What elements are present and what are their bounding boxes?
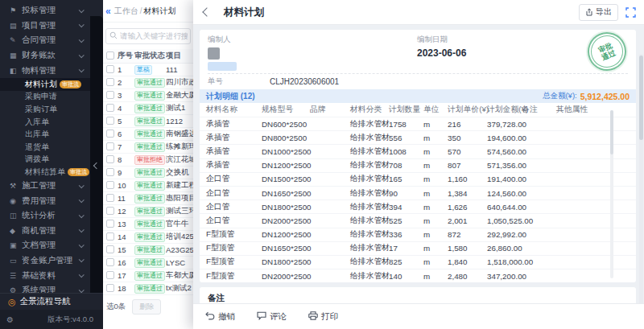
- select-all-checkbox[interactable]: [106, 51, 114, 60]
- comment-button[interactable]: 评论: [257, 311, 287, 323]
- collapse-menu-icon[interactable]: «: [105, 6, 111, 17]
- row-checkbox[interactable]: [106, 232, 114, 241]
- row-checkbox[interactable]: [106, 168, 114, 176]
- row-checkbox[interactable]: [106, 220, 114, 228]
- detail-cell: 26,860.00: [487, 244, 522, 253]
- sidebar-item-transfer-order[interactable]: 调拨单: [0, 154, 90, 167]
- row-checkbox[interactable]: [106, 271, 114, 279]
- list-row[interactable]: 17审批通过车都大厦: [103, 269, 193, 282]
- sidebar-item-business-management[interactable]: ◆商机管理: [0, 224, 90, 239]
- list-row[interactable]: 13审批通过官牛牛: [103, 218, 193, 231]
- sidebar-item-base-data[interactable]: ☰基础资料: [0, 268, 90, 283]
- sidebar-item-material-management[interactable]: ◧物料管理: [0, 63, 90, 78]
- row-checkbox[interactable]: [106, 130, 114, 138]
- sidebar-item-bid-management[interactable]: ⚑投标管理: [0, 3, 90, 19]
- list-row[interactable]: 1草稿111: [103, 64, 193, 76]
- sidebar-item-purchase-request[interactable]: 采购申请: [0, 91, 90, 104]
- sidebar-item-construction-management[interactable]: ⚒施工管理: [0, 179, 90, 194]
- list-row[interactable]: 5审批通过1212: [103, 115, 193, 128]
- list-row[interactable]: 2审批通过四川市政项: [103, 76, 193, 89]
- sidebar-item-statistics-analysis[interactable]: ◫统计分析: [0, 208, 90, 224]
- row-checkbox[interactable]: [106, 104, 114, 112]
- list-row[interactable]: 6审批通过南钢盛达大: [103, 128, 193, 141]
- chevron-down-icon: [79, 197, 85, 203]
- detail-table-row: 企口管DN1800*2500给排水管材394m1,626640,644.00: [200, 199, 636, 213]
- chevron-down-icon: [79, 7, 85, 13]
- drawer-scrollbar[interactable]: [639, 54, 643, 303]
- row-checkbox[interactable]: [106, 284, 114, 292]
- sidebar-item-material-settlement[interactable]: 材料结算单审批流: [0, 166, 90, 179]
- row-checkbox[interactable]: [106, 142, 114, 150]
- gear-icon[interactable]: ⚙: [6, 315, 14, 324]
- list-row[interactable]: 15审批通过A23G2511: [103, 244, 193, 257]
- detail-cell: 给排水管材: [350, 174, 389, 184]
- detail-cell: 708: [389, 161, 423, 170]
- sidebar-item-inbound-order[interactable]: 入库单: [0, 116, 90, 129]
- row-index: 7: [118, 142, 134, 151]
- detail-cell: 承插管: [200, 133, 262, 143]
- row-checkbox[interactable]: [106, 194, 114, 202]
- sidebar-item-fund-account-management[interactable]: ▭资金账户管理: [0, 253, 90, 269]
- undo-button[interactable]: 撤销: [205, 311, 235, 323]
- status-badge: 审批通过: [134, 245, 165, 255]
- list-row[interactable]: 12审批通过测试三环路: [103, 205, 193, 218]
- box-icon: ◧: [10, 67, 22, 75]
- sidebar-item-finance-accounts[interactable]: ▦财务账款: [0, 48, 90, 64]
- row-index: 5: [118, 117, 134, 125]
- list-row[interactable]: 9审批通过交换机: [103, 167, 193, 179]
- detail-cell: 216: [448, 120, 487, 129]
- list-row[interactable]: 16审批通过LYSC: [103, 257, 193, 269]
- chart-icon: ◫: [10, 212, 22, 220]
- row-checkbox[interactable]: [106, 258, 114, 266]
- row-checkbox[interactable]: [106, 207, 114, 215]
- sidebar-item-material-plan[interactable]: 材料计划审批流: [0, 78, 90, 91]
- list-row[interactable]: 8审批拒绝滨江花城10: [103, 154, 193, 167]
- project-name: 测试三环路: [166, 206, 193, 216]
- status-badge: 审批通过: [134, 232, 165, 242]
- project-name: 滨江花城10: [166, 154, 193, 165]
- fullscreen-icon[interactable]: [625, 7, 636, 18]
- detail-table-row: F型顶管DN1800*2500给排水管材825m1,8401,518,000.0…: [200, 255, 636, 269]
- sidebar-item-expense-management[interactable]: ◉费用管理: [0, 193, 90, 208]
- back-icon[interactable]: [202, 7, 211, 16]
- detail-cell: F型顶管: [200, 271, 262, 282]
- list-row[interactable]: 3审批通过金融大厦采: [103, 89, 193, 102]
- detail-cell: DN1200*2500: [262, 230, 310, 239]
- sidebar-item-project-management[interactable]: ▤项目管理: [0, 19, 90, 34]
- print-button[interactable]: 打印: [308, 311, 338, 323]
- sidebar-item-outbound-order[interactable]: 出库单: [0, 128, 90, 141]
- sidebar-item-document-management[interactable]: ▣文档管理: [0, 238, 90, 253]
- sidebar-collapse-strip[interactable]: [90, 16, 103, 295]
- status-badge: 审批通过: [134, 104, 165, 113]
- list-row[interactable]: 10审批通过新建工程-风: [103, 179, 193, 192]
- detail-column-header: 品牌: [310, 105, 350, 115]
- table-scrollbar[interactable]: [610, 110, 613, 278]
- search-input[interactable]: [105, 28, 191, 44]
- list-row[interactable]: 18审批通过tx测试2: [103, 282, 193, 295]
- detail-cell: 872: [448, 230, 487, 239]
- row-checkbox[interactable]: [106, 117, 114, 125]
- detail-cell: F型顶管: [200, 257, 262, 267]
- row-checkbox[interactable]: [106, 155, 114, 163]
- detail-cell: m: [423, 134, 448, 142]
- row-checkbox[interactable]: [106, 65, 114, 73]
- delete-button[interactable]: 删除: [132, 299, 161, 315]
- row-checkbox[interactable]: [106, 181, 114, 189]
- list-row[interactable]: 14审批通过培训425: [103, 231, 193, 244]
- total-amount-label: 总金额(¥):: [543, 91, 577, 101]
- detail-cell: 191,400.00: [487, 175, 522, 183]
- detail-cell: 350: [448, 134, 487, 142]
- list-row[interactable]: 4审批通过测试1: [103, 102, 193, 115]
- row-checkbox[interactable]: [106, 91, 114, 99]
- list-row[interactable]: 11审批通过惠阳项目: [103, 192, 193, 205]
- sidebar-item-process-nav[interactable]: ◎ 全景流程导航: [0, 293, 103, 310]
- sidebar-item-purchase-order[interactable]: 采购订单: [0, 103, 90, 116]
- sidebar-item-contract-management[interactable]: ✎合同管理: [0, 33, 90, 48]
- list-row[interactable]: 7审批通过练摊新玛维: [103, 141, 193, 154]
- export-button[interactable]: 导出: [579, 4, 618, 21]
- breadcrumb-root[interactable]: 工作台: [114, 6, 138, 17]
- row-checkbox[interactable]: [106, 245, 114, 253]
- row-checkbox[interactable]: [106, 78, 114, 86]
- detail-cell: 2,480: [448, 272, 487, 281]
- sidebar-item-return-order[interactable]: 退货单: [0, 141, 90, 154]
